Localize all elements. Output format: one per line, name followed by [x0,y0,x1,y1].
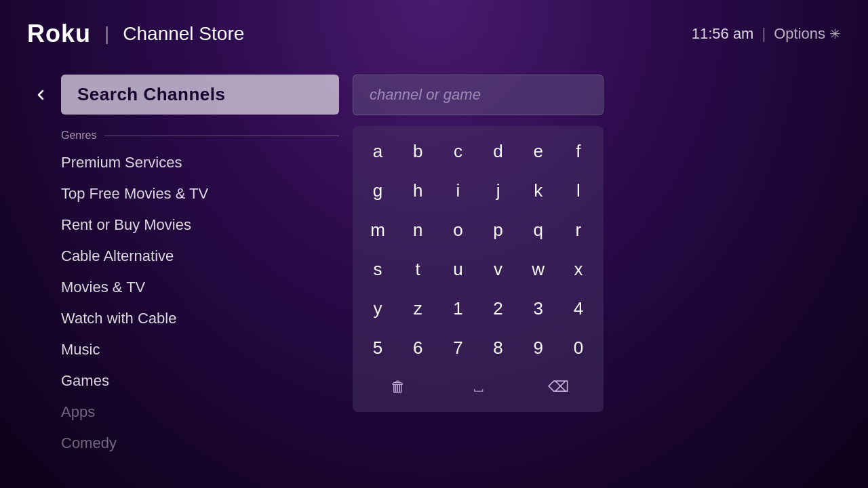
key-a[interactable]: a [359,133,396,169]
key-7[interactable]: 7 [439,329,476,366]
header-divider: | [104,23,109,45]
key-h[interactable]: h [399,172,436,209]
key-y[interactable]: y [359,290,396,327]
key-3[interactable]: 3 [520,290,557,327]
key-delete[interactable]: 🗑 [361,369,435,405]
key-6[interactable]: 6 [399,329,436,366]
menu-item-watch-with-cable[interactable]: Watch with Cable [61,303,339,334]
keyboard-row: abcdef [359,133,597,169]
options-label: Options [774,25,825,43]
genres-label: Genres [61,129,96,142]
genres-divider [104,136,339,136]
keyboard-row: mnopqr [359,211,597,248]
key-l[interactable]: l [560,172,597,209]
header-right: 11:56 am | Options ✳ [692,25,841,43]
search-channels-label: Search Channels [77,84,225,104]
menu-item-top-free-movies-&-tv[interactable]: Top Free Movies & TV [61,178,339,209]
header-right-divider: | [762,25,766,43]
keyboard-special-row: 🗑⎵⌫ [359,369,597,405]
key-r[interactable]: r [560,211,597,248]
menu-item-movies-&-tv[interactable]: Movies & TV [61,272,339,303]
key-u[interactable]: u [439,251,476,287]
key-0[interactable]: 0 [560,329,597,366]
menu-item-comedy[interactable]: Comedy [61,428,339,459]
current-time: 11:56 am [692,25,754,43]
search-input-box[interactable]: channel or game [353,75,604,115]
key-space[interactable]: ⎵ [441,369,515,405]
options-button[interactable]: Options ✳ [774,25,841,43]
key-4[interactable]: 4 [560,290,597,327]
keyboard-row: yz1234 [359,290,597,327]
key-o[interactable]: o [439,211,476,248]
key-n[interactable]: n [399,211,436,248]
key-j[interactable]: j [480,172,517,209]
genres-section: Genres [27,121,339,147]
back-button[interactable] [27,81,54,108]
key-1[interactable]: 1 [439,290,476,327]
menu-item-rent-or-buy-movies[interactable]: Rent or Buy Movies [61,209,339,241]
key-p[interactable]: p [480,211,517,248]
keyboard-row: ghijkl [359,172,597,209]
key-d[interactable]: d [480,133,517,169]
key-k[interactable]: k [520,172,557,209]
key-q[interactable]: q [520,211,557,248]
keyboard-row: stuvwx [359,251,597,287]
key-f[interactable]: f [560,133,597,169]
key-e[interactable]: e [520,133,557,169]
options-icon: ✳ [829,26,841,42]
menu-item-premium-services[interactable]: Premium Services [61,147,339,178]
menu-items-list: Premium ServicesTop Free Movies & TVRent… [27,147,339,459]
menu-item-apps[interactable]: Apps [61,396,339,428]
search-placeholder: channel or game [370,86,481,103]
search-channels-item[interactable]: Search Channels [61,75,339,115]
key-g[interactable]: g [359,172,396,209]
key-v[interactable]: v [480,251,517,287]
sidebar: Search Channels Genres Premium ServicesT… [27,68,339,488]
roku-logo: Roku [27,20,91,48]
menu-item-music[interactable]: Music [61,334,339,365]
key-t[interactable]: t [399,251,436,287]
key-s[interactable]: s [359,251,396,287]
header-left: Roku | Channel Store [27,20,244,48]
key-z[interactable]: z [399,290,436,327]
key-5[interactable]: 5 [359,329,396,366]
key-b[interactable]: b [399,133,436,169]
key-c[interactable]: c [439,133,476,169]
space-icon: ⎵ [474,378,483,396]
key-8[interactable]: 8 [480,329,517,366]
key-m[interactable]: m [359,211,396,248]
main-content: Search Channels Genres Premium ServicesT… [0,68,868,488]
key-9[interactable]: 9 [520,329,557,366]
keyboard-area: channel or game abcdefghijklmnopqrstuvwx… [353,68,841,488]
keyboard-container: abcdefghijklmnopqrstuvwxyz1234567890🗑⎵⌫ [353,126,604,412]
key-backspace[interactable]: ⌫ [521,369,595,405]
header: Roku | Channel Store 11:56 am | Options … [0,0,868,68]
menu-item-cable-alternative[interactable]: Cable Alternative [61,241,339,272]
menu-item-games[interactable]: Games [61,365,339,396]
key-x[interactable]: x [560,251,597,287]
sidebar-top: Search Channels [27,75,339,115]
key-i[interactable]: i [439,172,476,209]
key-2[interactable]: 2 [480,290,517,327]
keyboard-row: 567890 [359,329,597,366]
delete-icon: 🗑 [391,378,406,396]
key-w[interactable]: w [520,251,557,287]
backspace-icon: ⌫ [548,378,569,396]
channel-store-title: Channel Store [123,23,244,45]
